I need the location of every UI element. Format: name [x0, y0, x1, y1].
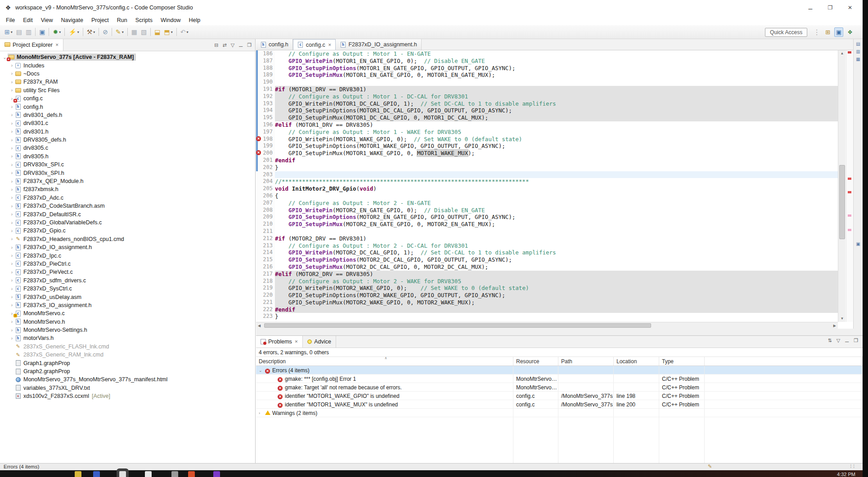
editor-gutter[interactable]: 204: [256, 178, 275, 185]
maximize-icon[interactable]: ❐: [854, 338, 858, 343]
editor-gutter[interactable]: 218: [256, 278, 275, 285]
scroll-right-icon[interactable]: ▶: [832, 322, 838, 329]
chevron-collapsed-icon[interactable]: ›: [9, 294, 15, 299]
quick-access-button[interactable]: Quick Access: [765, 28, 807, 37]
column-header-Resource[interactable]: Resource: [513, 357, 558, 366]
editor-gutter[interactable]: 214: [256, 249, 275, 256]
editor-gutter[interactable]: 201: [256, 157, 275, 164]
editor-gutter[interactable]: 207: [256, 200, 275, 207]
chevron-collapsed-icon[interactable]: ›: [9, 63, 15, 68]
editor-gutter[interactable]: 212: [256, 235, 275, 242]
editor-gutter[interactable]: 205: [256, 185, 275, 192]
chevron-down-icon[interactable]: ▾: [93, 30, 95, 34]
restore-view-menu-icon[interactable]: ▦: [855, 57, 861, 62]
taskbar-app-2-icon[interactable]: [93, 471, 100, 477]
editor-gutter[interactable]: 194: [256, 107, 275, 114]
chevron-collapsed-icon[interactable]: ›: [9, 303, 15, 308]
tree-item[interactable]: ›~Docs: [0, 70, 255, 78]
editor-gutter[interactable]: 216: [256, 263, 275, 271]
editor-gutter[interactable]: 199: [256, 143, 275, 150]
taskbar-app-1-icon[interactable]: [75, 471, 81, 477]
editor-gutter[interactable]: 208: [256, 207, 275, 214]
chevron-collapsed-icon[interactable]: ›: [9, 170, 15, 175]
chevron-collapsed-icon[interactable]: ›: [9, 187, 15, 192]
editor-gutter[interactable]: 213: [256, 242, 275, 250]
tab-project-explorer[interactable]: Project Explorer ✕: [0, 39, 63, 51]
tree-item[interactable]: ›hdrv8301_defs.h: [0, 111, 255, 119]
editor-gutter[interactable]: 203: [256, 171, 275, 178]
editor-gutter[interactable]: 191: [256, 86, 275, 93]
open-perspective-button[interactable]: ⊞: [824, 28, 832, 36]
chevron-down-icon[interactable]: ▾: [11, 30, 13, 34]
chevron-collapsed-icon[interactable]: ›: [9, 261, 15, 266]
editor-gutter[interactable]: 197: [256, 129, 275, 136]
tree-item[interactable]: ›hMonoMtrServo.h: [0, 318, 255, 326]
problem-row[interactable]: ✕identifier "MOTOR1_WAKE_GPIO" is undefi…: [256, 392, 863, 400]
chevron-collapsed-icon[interactable]: ›: [9, 146, 15, 151]
ccs-debug-perspective-button[interactable]: ❖: [846, 28, 854, 36]
flash-button[interactable]: ⚡▾: [67, 27, 80, 37]
scroll-down-icon[interactable]: ▼: [838, 316, 846, 322]
tree-item[interactable]: ›hf2837xbmsk.h: [0, 185, 255, 193]
editor-gutter[interactable]: 188: [256, 65, 275, 72]
tree-item[interactable]: ›utility Src Files: [0, 86, 255, 94]
tree-item[interactable]: ›≡Includes: [0, 61, 255, 69]
expander-expanded-icon[interactable]: ⌄: [259, 368, 265, 373]
error-marker-icon[interactable]: ✕: [256, 150, 261, 155]
chevron-collapsed-icon[interactable]: ›: [9, 236, 15, 241]
problem-row[interactable]: ⌄✕Errors (4 items): [256, 366, 863, 374]
tree-item[interactable]: MonoMtrServo_377s_MonoMtrServo_377s_mani…: [0, 375, 255, 383]
menu-navigate[interactable]: Navigate: [57, 16, 87, 24]
editor-tab-config.c[interactable]: cconfig.c✕: [293, 39, 336, 50]
close-icon[interactable]: ✕: [55, 43, 59, 47]
save-all-button[interactable]: ▥: [24, 27, 33, 37]
chevron-collapsed-icon[interactable]: ›: [9, 162, 15, 167]
horizontal-scroll-thumb[interactable]: [264, 323, 651, 328]
terminate-button[interactable]: ⊘: [101, 27, 109, 37]
close-window-icon[interactable]: ✕: [840, 0, 860, 15]
taskbar-app-5-icon[interactable]: [171, 471, 178, 477]
tree-item[interactable]: ›cDRV830x_SPI.c: [0, 160, 255, 169]
chevron-down-icon[interactable]: ▾: [59, 30, 61, 34]
editor-gutter[interactable]: 206: [256, 192, 275, 200]
tree-item[interactable]: ›SF2837xD_usDelay.asm: [0, 293, 255, 301]
save-button[interactable]: ▤: [15, 27, 23, 37]
restore-console-view-icon[interactable]: ▣: [855, 241, 861, 246]
problem-row[interactable]: ›Warnings (2 items): [256, 409, 863, 417]
view-menu-icon[interactable]: ▽: [837, 338, 840, 343]
column-header-Location[interactable]: Location: [614, 357, 659, 366]
tree-item[interactable]: ›cF2837xD_SysCtrl.c: [0, 285, 255, 293]
taskbar-app-4-icon[interactable]: [145, 471, 152, 477]
chevron-collapsed-icon[interactable]: ›: [9, 88, 15, 93]
editor-problems-sash[interactable]: [256, 329, 863, 335]
problem-row[interactable]: ✕gmake: Target 'all' not remade because …: [256, 383, 863, 392]
collapse-all-icon[interactable]: ⊟: [214, 42, 218, 48]
editor-gutter[interactable]: 219: [256, 285, 275, 292]
editor-gutter[interactable]: 202: [256, 164, 275, 171]
annotation-mark-icon[interactable]: [848, 191, 851, 193]
chevron-down-icon[interactable]: ▾: [171, 30, 173, 34]
chevron-collapsed-icon[interactable]: ›: [9, 138, 15, 143]
tab-problems[interactable]: Problems ✕: [256, 336, 303, 348]
chevron-collapsed-icon[interactable]: ›: [9, 336, 15, 341]
menu-window[interactable]: Window: [157, 16, 184, 24]
annotation-mark-icon[interactable]: [848, 229, 851, 231]
editor-gutter[interactable]: 186: [256, 50, 275, 58]
tree-item[interactable]: ›hDRV830x_SPI.h: [0, 169, 255, 177]
tree-item[interactable]: ›hdrv8301.h: [0, 128, 255, 136]
column-header-Type[interactable]: Type: [659, 357, 705, 366]
menu-scripts[interactable]: Scripts: [131, 16, 157, 24]
minimize-icon[interactable]: ⚊: [845, 338, 849, 343]
editor-gutter[interactable]: 196: [256, 121, 275, 129]
ccs-edit-perspective-button[interactable]: ▣: [834, 27, 843, 37]
chevron-collapsed-icon[interactable]: ›: [9, 112, 15, 117]
chevron-collapsed-icon[interactable]: ›: [9, 286, 15, 291]
editor-gutter[interactable]: 192: [256, 93, 275, 100]
editor-tab-config.h[interactable]: hconfig.h: [256, 39, 293, 50]
editor-gutter[interactable]: 211: [256, 228, 275, 235]
chevron-collapsed-icon[interactable]: ›: [9, 212, 15, 217]
problem-row[interactable]: ✕gmake: *** [config.obj] Error 1MonoMtrS…: [256, 374, 863, 383]
scroll-up-icon[interactable]: ▲: [838, 50, 846, 57]
console-button[interactable]: ▣: [38, 27, 46, 37]
minimize-window-icon[interactable]: ⚊: [801, 0, 820, 15]
